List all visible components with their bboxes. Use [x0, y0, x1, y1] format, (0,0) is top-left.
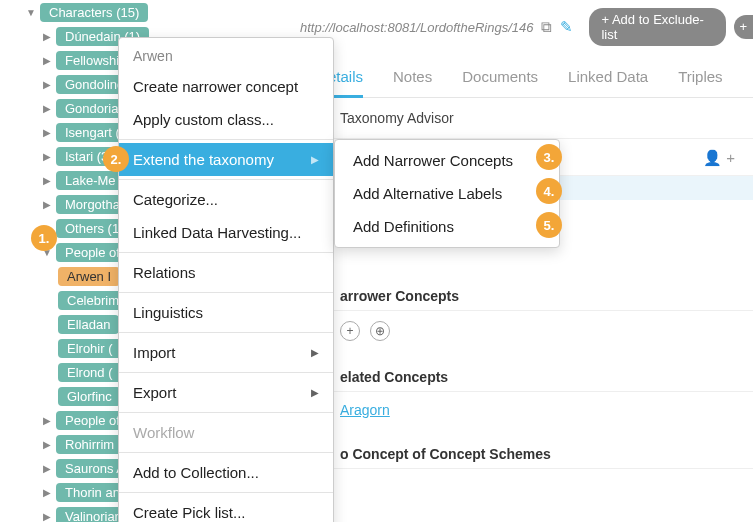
step-badge-2: 2.	[103, 146, 129, 172]
plus-button[interactable]: +	[734, 15, 753, 39]
step-badge-1: 1.	[31, 225, 57, 251]
menu-separator	[119, 179, 333, 180]
taxonomy-advisor[interactable]: Taxonomy Advisor	[300, 98, 753, 139]
caret-right-icon: ▶	[42, 175, 52, 185]
caret-right-icon: ▶	[42, 103, 52, 113]
submenu-add-definitions[interactable]: Add Definitions	[335, 210, 559, 243]
menu-item[interactable]: Add to Collection...	[119, 456, 333, 489]
caret-right-icon: ▶	[42, 79, 52, 89]
submenu-add-narrower[interactable]: Add Narrower Concepts	[335, 144, 559, 177]
section-related: elated Concepts	[300, 351, 753, 392]
menu-separator	[119, 412, 333, 413]
caret-right-icon: ▶	[42, 55, 52, 65]
caret-right-icon: ▶	[42, 31, 52, 41]
related-concept-link[interactable]: Aragorn	[300, 392, 753, 428]
menu-item[interactable]: Apply custom class...	[119, 103, 333, 136]
add-buttons-row: + ⊕	[300, 311, 753, 351]
menu-separator	[119, 139, 333, 140]
step-badge-3: 3.	[536, 144, 562, 170]
tab-triples[interactable]: Triples	[678, 68, 722, 97]
submenu-add-alt-labels[interactable]: Add Alternative Labels	[335, 177, 559, 210]
tree-root-label: Characters (15)	[40, 3, 148, 22]
caret-right-icon: ▶	[42, 151, 52, 161]
menu-item: Workflow	[119, 416, 333, 449]
caret-right-icon: ▶	[42, 415, 52, 425]
user-icon[interactable]: 👤 +	[703, 149, 735, 167]
tab-linked-data[interactable]: Linked Data	[568, 68, 648, 97]
concept-url: http://localhost:8081/LordoftheRings/146	[300, 20, 533, 35]
caret-right-icon: ▶	[42, 463, 52, 473]
menu-separator	[119, 292, 333, 293]
tab-notes[interactable]: Notes	[393, 68, 432, 97]
menu-item[interactable]: Linguistics	[119, 296, 333, 329]
caret-right-icon: ▶	[42, 127, 52, 137]
step-badge-4: 4.	[536, 178, 562, 204]
menu-item[interactable]: Create Pick list...	[119, 496, 333, 522]
chevron-right-icon: ▶	[311, 347, 319, 358]
caret-right-icon: ▶	[42, 511, 52, 521]
add-icon[interactable]: +	[340, 321, 360, 341]
menu-separator	[119, 372, 333, 373]
menu-item[interactable]: Export▶	[119, 376, 333, 409]
url-row: http://localhost:8081/LordoftheRings/146…	[300, 0, 753, 50]
chevron-right-icon: ▶	[311, 154, 319, 165]
submenu-extend-taxonomy: Add Narrower Concepts Add Alternative La…	[334, 139, 560, 248]
context-menu: ArwenCreate narrower conceptApply custom…	[118, 37, 334, 522]
menu-separator	[119, 492, 333, 493]
tabs: etails Notes Documents Linked Data Tripl…	[300, 50, 753, 98]
caret-right-icon: ▶	[42, 439, 52, 449]
caret-right-icon: ▶	[42, 487, 52, 497]
step-badge-5: 5.	[536, 212, 562, 238]
edit-icon[interactable]: ✎	[560, 18, 573, 36]
menu-item[interactable]: Categorize...	[119, 183, 333, 216]
menu-item[interactable]: Import▶	[119, 336, 333, 369]
tab-documents[interactable]: Documents	[462, 68, 538, 97]
copy-icon[interactable]: ⧉	[541, 18, 552, 36]
menu-separator	[119, 252, 333, 253]
section-narrower: arrower Concepts	[300, 270, 753, 311]
menu-separator	[119, 332, 333, 333]
tree-root[interactable]: ▼ Characters (15)	[10, 0, 310, 24]
menu-item[interactable]: Extend the taxonomy▶	[119, 143, 333, 176]
chevron-right-icon: ▶	[311, 387, 319, 398]
link-icon[interactable]: ⊕	[370, 321, 390, 341]
section-top-concept: o Concept of Concept Schemes	[300, 428, 753, 469]
menu-item[interactable]: Relations	[119, 256, 333, 289]
menu-item[interactable]: Linked Data Harvesting...	[119, 216, 333, 249]
menu-item[interactable]: Create narrower concept	[119, 70, 333, 103]
caret-right-icon: ▶	[42, 199, 52, 209]
add-exclude-button[interactable]: + Add to Exclude-list	[589, 8, 725, 46]
context-menu-title: Arwen	[119, 42, 333, 70]
menu-separator	[119, 452, 333, 453]
caret-down-icon: ▼	[26, 7, 36, 17]
